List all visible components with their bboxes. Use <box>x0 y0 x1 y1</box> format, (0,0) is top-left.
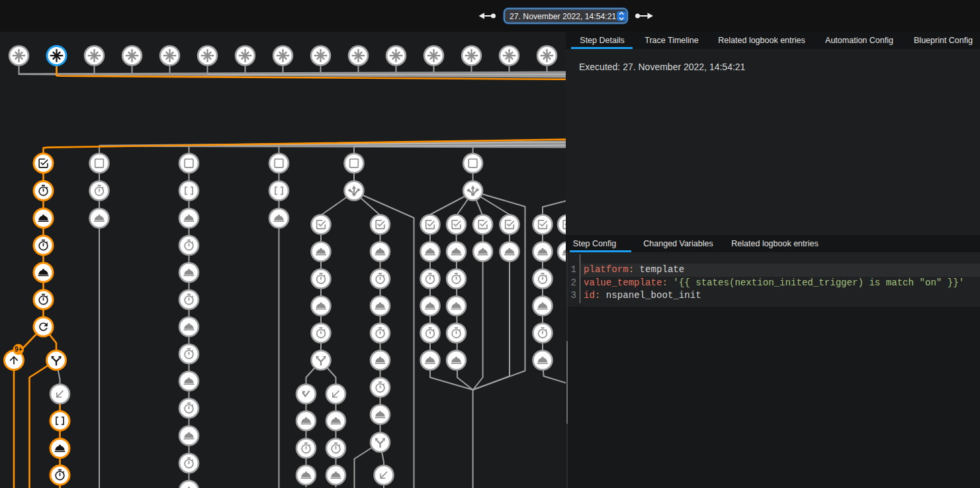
svg-text:9+: 9+ <box>15 346 22 353</box>
svg-text:27. November 2022, 14:54:21: 27. November 2022, 14:54:21 <box>510 12 616 21</box>
